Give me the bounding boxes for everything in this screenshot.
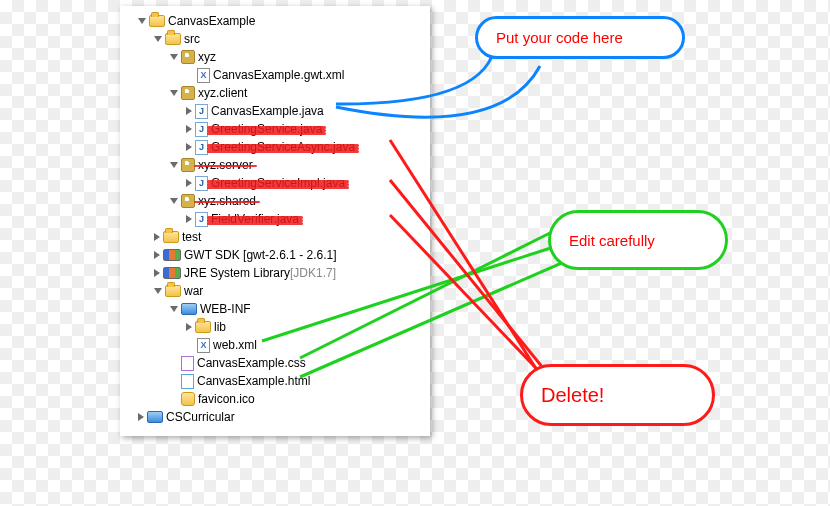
library-icon xyxy=(163,267,181,279)
callout-edit-carefully: Edit carefully xyxy=(548,210,728,270)
expand-arrow-icon[interactable] xyxy=(154,288,162,294)
tree-label: xyz xyxy=(198,48,216,66)
project-folder-icon xyxy=(149,15,165,27)
tree-label: test xyxy=(182,228,201,246)
tree-item-package-xyz-server[interactable]: xyz.server xyxy=(120,156,430,174)
java-file-icon xyxy=(195,122,208,137)
expand-arrow-icon[interactable] xyxy=(154,36,162,42)
tree-item-gwt-xml[interactable]: CanvasExample.gwt.xml xyxy=(120,66,430,84)
tree-label: CSCurricular xyxy=(166,408,235,426)
tree-label: web.xml xyxy=(213,336,257,354)
tree-item-gwt-sdk[interactable]: GWT SDK [gwt-2.6.1 - 2.6.1] xyxy=(120,246,430,264)
tree-label: WEB-INF xyxy=(200,300,251,318)
library-icon xyxy=(163,249,181,261)
callout-delete: Delete! xyxy=(520,364,715,426)
tree-item-jre[interactable]: JRE System Library [JDK1.7] xyxy=(120,264,430,282)
tree-label: GreetingService.java xyxy=(211,120,322,138)
package-icon xyxy=(181,194,195,208)
tree-label: xyz.server xyxy=(198,156,253,174)
tree-item-favicon[interactable]: favicon.ico xyxy=(120,390,430,408)
expand-arrow-icon[interactable] xyxy=(170,162,178,168)
css-file-icon xyxy=(181,356,194,371)
spacer-icon xyxy=(186,341,194,349)
spacer-icon xyxy=(170,359,178,367)
tree-item-greetingserviceasync[interactable]: GreetingServiceAsync.java xyxy=(120,138,430,156)
expand-arrow-icon[interactable] xyxy=(154,269,160,277)
tree-item-root[interactable]: CanvasExample xyxy=(120,12,430,30)
package-icon xyxy=(181,158,195,172)
package-icon xyxy=(181,86,195,100)
tree-label: CanvasExample.css xyxy=(197,354,306,372)
project-explorer-panel: CanvasExample src xyz CanvasExample.gwt.… xyxy=(120,6,430,436)
xml-file-icon xyxy=(197,338,210,353)
source-folder-icon xyxy=(165,33,181,45)
web-inf-folder-icon xyxy=(181,303,197,315)
tree-item-package-xyz[interactable]: xyz xyxy=(120,48,430,66)
tree-item-package-xyz-shared[interactable]: xyz.shared xyxy=(120,192,430,210)
tree-item-html[interactable]: CanvasExample.html xyxy=(120,372,430,390)
html-file-icon xyxy=(181,374,194,389)
tree-label: GreetingServiceAsync.java xyxy=(211,138,355,156)
tree-label: xyz.client xyxy=(198,84,247,102)
callout-text: Put your code here xyxy=(496,29,623,46)
tree-item-cscurricular[interactable]: CSCurricular xyxy=(120,408,430,426)
tree-item-test[interactable]: test xyxy=(120,228,430,246)
expand-arrow-icon[interactable] xyxy=(186,143,192,151)
project-folder-icon xyxy=(147,411,163,423)
expand-arrow-icon[interactable] xyxy=(170,198,178,204)
expand-arrow-icon[interactable] xyxy=(138,413,144,421)
callout-text: Delete! xyxy=(541,384,604,407)
tree-label: JRE System Library xyxy=(184,264,290,282)
source-folder-icon xyxy=(163,231,179,243)
spacer-icon xyxy=(170,377,178,385)
tree-item-war[interactable]: war xyxy=(120,282,430,300)
expand-arrow-icon[interactable] xyxy=(186,215,192,223)
callout-text: Edit carefully xyxy=(569,232,655,249)
java-file-icon xyxy=(195,176,208,191)
tree-label: lib xyxy=(214,318,226,336)
java-file-icon xyxy=(195,212,208,227)
ico-file-icon xyxy=(181,392,195,406)
tree-label: CanvasExample.java xyxy=(211,102,324,120)
expand-arrow-icon[interactable] xyxy=(138,18,146,24)
tree-item-web-xml[interactable]: web.xml xyxy=(120,336,430,354)
spacer-icon xyxy=(186,71,194,79)
tree-label: FieldVerifier.java xyxy=(211,210,299,228)
folder-icon xyxy=(195,321,211,333)
java-file-icon xyxy=(195,140,208,155)
expand-arrow-icon[interactable] xyxy=(170,306,178,312)
tree-label: GreetingServiceImpl.java xyxy=(211,174,345,192)
tree-item-lib[interactable]: lib xyxy=(120,318,430,336)
expand-arrow-icon[interactable] xyxy=(186,179,192,187)
tree-label: xyz.shared xyxy=(198,192,256,210)
java-file-icon xyxy=(195,104,208,119)
package-icon xyxy=(181,50,195,64)
tree-label: war xyxy=(184,282,203,300)
tree-item-greetingservice[interactable]: GreetingService.java xyxy=(120,120,430,138)
tree-item-fieldverifier[interactable]: FieldVerifier.java xyxy=(120,210,430,228)
tree-label-decoration: [JDK1.7] xyxy=(290,264,336,282)
tree-label: favicon.ico xyxy=(198,390,255,408)
tree-label: CanvasExample.html xyxy=(197,372,310,390)
spacer-icon xyxy=(170,395,178,403)
tree-item-css[interactable]: CanvasExample.css xyxy=(120,354,430,372)
tree-label: CanvasExample xyxy=(168,12,255,30)
expand-arrow-icon[interactable] xyxy=(170,90,178,96)
tree-item-src[interactable]: src xyxy=(120,30,430,48)
tree-item-canvasexample-java[interactable]: CanvasExample.java xyxy=(120,102,430,120)
expand-arrow-icon[interactable] xyxy=(186,107,192,115)
tree-label: src xyxy=(184,30,200,48)
expand-arrow-icon[interactable] xyxy=(186,125,192,133)
tree-item-web-inf[interactable]: WEB-INF xyxy=(120,300,430,318)
tree-item-package-xyz-client[interactable]: xyz.client xyxy=(120,84,430,102)
folder-icon xyxy=(165,285,181,297)
expand-arrow-icon[interactable] xyxy=(186,323,192,331)
tree-label: GWT SDK [gwt-2.6.1 - 2.6.1] xyxy=(184,246,337,264)
expand-arrow-icon[interactable] xyxy=(154,251,160,259)
xml-file-icon xyxy=(197,68,210,83)
tree-label: CanvasExample.gwt.xml xyxy=(213,66,344,84)
expand-arrow-icon[interactable] xyxy=(154,233,160,241)
tree-item-greetingserviceimpl[interactable]: GreetingServiceImpl.java xyxy=(120,174,430,192)
expand-arrow-icon[interactable] xyxy=(170,54,178,60)
callout-put-code: Put your code here xyxy=(475,16,685,59)
